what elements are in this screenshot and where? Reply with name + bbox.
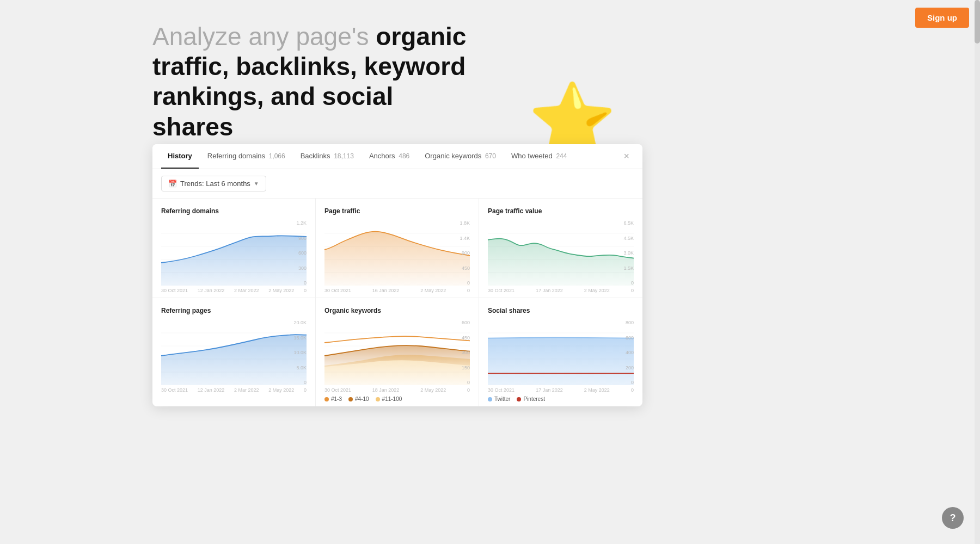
y-labels-referring-domains: 1.2K9006003000 — [296, 220, 307, 286]
dashboard-card: History Referring domains 1,066 Backlink… — [152, 144, 642, 406]
y-labels-social-shares: 8006004002000 — [626, 320, 634, 385]
chart-area-page-traffic: 1.8K1.4K9004500 — [324, 220, 470, 286]
signup-button[interactable]: Sign up — [915, 8, 969, 28]
legend-dot-twitter — [488, 397, 492, 401]
chart-referring-pages: Referring pages — [152, 298, 316, 406]
chart-title-organic-keywords: Organic keywords — [324, 307, 470, 314]
y-labels-page-traffic-value: 6.5K4.5K3.0K1.5K0 — [623, 220, 634, 286]
y-labels-page-traffic: 1.8K1.4K9004500 — [460, 220, 470, 286]
chart-title-referring-domains: Referring domains — [161, 207, 307, 215]
legend-organic-keywords: #1-3 #4-10 #11-100 — [324, 396, 470, 402]
chart-area-page-traffic-value: 6.5K4.5K3.0K1.5K0 — [488, 220, 634, 286]
x-axis-social-shares: 30 Oct 202117 Jan 20222 May 20220 — [488, 387, 634, 393]
chevron-down-icon: ▼ — [254, 181, 259, 187]
legend-dot-11-100 — [376, 397, 380, 401]
chart-area-referring-pages: 20.0K15.0K10.0K5.0K0 — [161, 320, 307, 385]
chart-title-page-traffic-value: Page traffic value — [488, 207, 634, 215]
legend-label-4-10: #4-10 — [355, 396, 369, 402]
close-button[interactable]: × — [619, 146, 634, 166]
tab-referring-domains[interactable]: Referring domains 1,066 — [201, 144, 292, 169]
filter-label: Trends: Last 6 months — [180, 180, 250, 188]
legend-item-pinterest: Pinterest — [517, 396, 544, 402]
tab-history[interactable]: History — [161, 144, 199, 169]
chart-area-organic-keywords: 6004503001500 — [324, 320, 470, 385]
x-axis-referring-pages: 30 Oct 202112 Jan 20222 Mar 20222 May 20… — [161, 387, 307, 393]
y-labels-referring-pages: 20.0K15.0K10.0K5.0K0 — [293, 320, 307, 385]
header: Sign up — [904, 0, 980, 35]
chart-page-traffic: Page traffic — [316, 199, 479, 298]
legend-item-twitter: Twitter — [488, 396, 510, 402]
chart-area-social-shares: 8006004002000 — [488, 320, 634, 385]
legend-social-shares: Twitter Pinterest — [488, 396, 634, 402]
hero-line1-light: Analyze any page's — [152, 22, 376, 51]
charts-grid: Referring domains — [152, 199, 642, 406]
calendar-icon: 📅 — [168, 180, 177, 188]
chart-organic-keywords: Organic keywords — [316, 298, 479, 406]
filter-bar: 📅 Trends: Last 6 months ▼ — [152, 169, 642, 199]
legend-dot-1-3 — [324, 397, 329, 401]
scrollbar-thumb[interactable] — [975, 0, 980, 44]
help-button[interactable]: ? — [942, 507, 964, 529]
legend-label-11-100: #11-100 — [382, 396, 402, 402]
x-axis-page-traffic: 30 Oct 202116 Jan 20222 May 20220 — [324, 288, 470, 293]
legend-dot-4-10 — [348, 397, 353, 401]
chart-social-shares: Social shares — [479, 298, 642, 406]
tab-backlinks[interactable]: Backlinks 18,113 — [294, 144, 360, 169]
x-axis-organic-keywords: 30 Oct 202118 Jan 20222 May 20220 — [324, 387, 470, 393]
tab-who-tweeted[interactable]: Who tweeted 244 — [505, 144, 574, 169]
y-labels-organic-keywords: 6004503001500 — [462, 320, 470, 385]
legend-dot-pinterest — [517, 397, 521, 401]
legend-label-pinterest: Pinterest — [523, 396, 544, 402]
x-axis-referring-domains: 30 Oct 202112 Jan 20222 Mar 20222 May 20… — [161, 288, 307, 293]
legend-item-4-10: #4-10 — [348, 396, 369, 402]
x-axis-page-traffic-value: 30 Oct 202117 Jan 20222 May 20220 — [488, 288, 634, 293]
chart-title-page-traffic: Page traffic — [324, 207, 470, 215]
chart-referring-domains: Referring domains — [152, 199, 316, 298]
tab-anchors[interactable]: Anchors 486 — [363, 144, 416, 169]
trends-filter-button[interactable]: 📅 Trends: Last 6 months ▼ — [161, 176, 266, 191]
legend-item-1-3: #1-3 — [324, 396, 342, 402]
chart-area-referring-domains: 1.2K9006003000 — [161, 220, 307, 286]
legend-label-twitter: Twitter — [494, 396, 510, 402]
chart-title-referring-pages: Referring pages — [161, 307, 307, 314]
chart-title-social-shares: Social shares — [488, 307, 634, 314]
scrollbar[interactable] — [975, 0, 980, 544]
tab-bar: History Referring domains 1,066 Backlink… — [152, 144, 642, 169]
chart-page-traffic-value: Page traffic value — [479, 199, 642, 298]
tab-organic-keywords[interactable]: Organic keywords 670 — [418, 144, 503, 169]
legend-item-11-100: #11-100 — [376, 396, 402, 402]
legend-label-1-3: #1-3 — [331, 396, 342, 402]
